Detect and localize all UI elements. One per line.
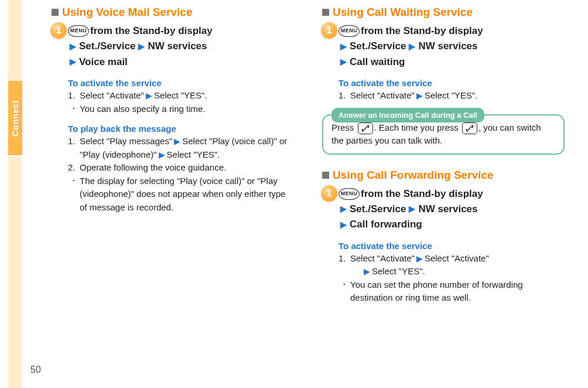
list-number: 1. [339, 89, 350, 103]
bullet-icon: ･ [342, 278, 350, 305]
bullet-icon: ･ [71, 103, 80, 116]
tip-box: Answer an Incoming Call during a Call Pr… [322, 114, 565, 155]
list-text: Select "Play messages"▶Select "Play (voi… [80, 135, 294, 161]
list-number: 1. [339, 252, 350, 278]
arrow-right-icon: ▶ [157, 150, 167, 159]
list-text: You can set the phone number of forwardi… [350, 278, 565, 305]
arrow-right-icon: ▶ [68, 56, 78, 69]
list-number: 1. [68, 135, 80, 161]
sidebar-tab: Connect [8, 81, 22, 155]
arrow-right-icon: ▶ [144, 91, 154, 100]
list-number: 1. [68, 89, 80, 103]
step-text: from the Stand-by display [361, 23, 483, 39]
square-marker-icon [52, 9, 59, 16]
section-heading: Using Call Forwarding Service [333, 169, 494, 182]
tip-label: Answer an Incoming Call during a Call [331, 108, 484, 123]
list-text: Operate following the voice guidance. [80, 161, 294, 175]
arrow-right-icon: ▶ [415, 254, 425, 263]
menu-key-icon: MENU [68, 25, 89, 37]
list-number: 2. [68, 161, 80, 175]
call-key-icon [462, 122, 477, 134]
arrow-right-icon: ▶ [339, 56, 348, 69]
call-key-icon [358, 122, 373, 134]
list-text: The display for selecting "Play (voice c… [80, 175, 294, 215]
arrow-right-icon: ▶ [172, 137, 182, 146]
step-text: NW services [418, 39, 477, 54]
step-text: Call forwarding [350, 217, 422, 232]
menu-key-icon: MENU [339, 188, 360, 200]
arrow-right-icon: ▶ [407, 40, 417, 53]
tip-text: Press [331, 122, 357, 132]
step-text: from the Stand-by display [361, 186, 483, 202]
arrow-right-icon: ▶ [136, 40, 146, 53]
subheading: To activate the service [322, 78, 565, 88]
arrow-right-icon: ▶ [407, 203, 417, 216]
section-heading: Using Call Waiting Service [333, 6, 473, 19]
step-number-badge: 1 [321, 185, 337, 202]
step-text: NW services [148, 39, 207, 54]
sidebar-stripe-top [8, 0, 22, 81]
sidebar-stripe-bottom [8, 157, 22, 388]
step-text: Set./Service [350, 202, 406, 217]
page-number: 50 [30, 365, 41, 375]
step-number-badge: 1 [321, 22, 337, 39]
step-text: NW services [418, 202, 477, 217]
arrow-right-icon: ▶ [415, 91, 425, 100]
step-number-badge: 1 [50, 22, 67, 39]
list-text: Select "Activate"▶Select "Activate" ▶Sel… [350, 252, 565, 278]
arrow-right-icon: ▶ [339, 203, 348, 216]
arrow-right-icon: ▶ [339, 219, 348, 232]
arrow-right-icon: ▶ [68, 40, 78, 53]
left-column: Using Voice Mail Service 1 MENU from the… [52, 4, 294, 305]
section-heading: Using Voice Mail Service [62, 6, 192, 19]
step-text: Voice mail [79, 55, 128, 70]
subheading: To activate the service [322, 241, 565, 251]
arrow-right-icon: ▶ [362, 267, 372, 276]
subheading: To activate the service [52, 78, 294, 88]
menu-key-icon: MENU [339, 25, 360, 37]
subheading: To play back the message [52, 124, 294, 134]
step-text: from the Stand-by display [90, 23, 213, 39]
list-text: Select "Activate"▶Select "YES". [350, 89, 565, 103]
square-marker-icon [322, 172, 329, 179]
arrow-right-icon: ▶ [339, 40, 348, 53]
tip-text: . Each time you press [374, 122, 461, 132]
square-marker-icon [322, 9, 329, 16]
step-text: Set./Service [79, 39, 135, 54]
step-text: Set./Service [350, 39, 406, 54]
list-text: You can also specify a ring time. [80, 103, 294, 116]
list-text: Select "Activate"▶Select "YES". [80, 89, 294, 103]
right-column: Using Call Waiting Service 1 MENU from t… [322, 4, 565, 305]
step-text: Call waiting [350, 55, 405, 70]
bullet-icon: ･ [71, 175, 80, 215]
